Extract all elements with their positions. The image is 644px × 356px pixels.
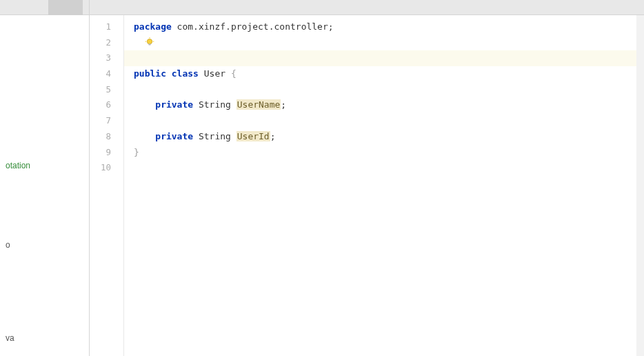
line-number: 10 xyxy=(90,160,111,176)
code-line-current[interactable] xyxy=(124,50,644,66)
field-name-warning: UserName xyxy=(237,99,281,110)
close-brace: } xyxy=(134,147,139,157)
keyword-private: private xyxy=(155,131,193,141)
svg-point-0 xyxy=(147,39,152,43)
keyword-package: package xyxy=(134,21,172,32)
editor-body: 1 2 3 4 5 6 7 8 9 10 package com.xinzf.p… xyxy=(90,15,644,356)
code-line[interactable] xyxy=(134,160,644,176)
line-number: 3 xyxy=(90,50,111,66)
side-panel-spacer xyxy=(0,252,89,331)
code-area[interactable]: package com.xinzf.project.controller; pu… xyxy=(124,15,644,356)
class-name: User xyxy=(199,68,231,79)
semicolon: ; xyxy=(281,99,286,110)
line-number: 9 xyxy=(90,145,111,161)
line-number: 1 xyxy=(90,19,111,35)
field-name-warning: UserId xyxy=(237,131,270,141)
code-line[interactable] xyxy=(134,113,644,129)
code-line[interactable]: package com.xinzf.project.controller; xyxy=(134,19,644,35)
editor-area: 1 2 3 4 5 6 7 8 9 10 package com.xinzf.p… xyxy=(90,0,644,356)
intention-bulb-icon[interactable] xyxy=(145,37,154,47)
semicolon: ; xyxy=(270,131,276,141)
package-path: com.xinzf.project.controller xyxy=(172,21,328,32)
line-number: 7 xyxy=(90,113,111,129)
line-number-gutter: 1 2 3 4 5 6 7 8 9 10 xyxy=(90,15,124,356)
keyword-private: private xyxy=(155,99,193,110)
code-line[interactable]: private String UserName; xyxy=(134,97,644,113)
line-number: 8 xyxy=(90,129,111,145)
type-string: String xyxy=(193,99,237,110)
line-number: 5 xyxy=(90,82,111,98)
type-string: String xyxy=(193,131,237,141)
keyword-class: class xyxy=(172,68,199,79)
line-number: 2 xyxy=(90,35,111,51)
semicolon: ; xyxy=(328,21,334,32)
side-panel-spacer xyxy=(0,21,89,159)
keyword-public: public xyxy=(134,68,166,79)
side-panel-item[interactable]: o xyxy=(0,238,89,252)
side-panel-body: otation o va xyxy=(0,15,89,345)
code-line[interactable]: private String UserId; xyxy=(134,129,644,145)
code-line[interactable]: public class User { xyxy=(134,66,644,82)
side-panel-item-annotation[interactable]: otation xyxy=(0,159,89,172)
editor-tab-strip[interactable] xyxy=(90,0,644,15)
code-line[interactable] xyxy=(134,35,644,51)
code-line[interactable]: } xyxy=(134,145,644,161)
svg-rect-1 xyxy=(148,43,150,45)
open-brace: { xyxy=(231,68,237,79)
ide-root: otation o va 1 2 3 4 5 6 7 8 9 10 packag xyxy=(0,0,644,356)
side-panel: otation o va xyxy=(0,0,90,356)
side-panel-spacer xyxy=(0,172,89,238)
side-panel-active-tab[interactable] xyxy=(48,0,83,15)
line-number: 4 xyxy=(90,66,111,82)
code-line[interactable] xyxy=(134,82,644,98)
line-number: 6 xyxy=(90,97,111,113)
editor-scrollbar[interactable] xyxy=(636,15,644,356)
side-panel-tab-strip xyxy=(0,0,89,15)
side-panel-item[interactable]: va xyxy=(0,331,89,345)
